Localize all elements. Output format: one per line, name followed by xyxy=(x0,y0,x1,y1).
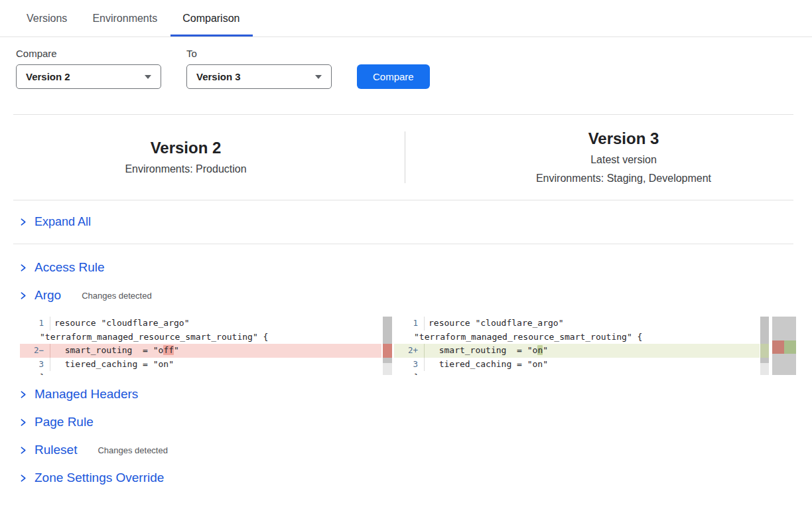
to-version-select[interactable]: Version 3 xyxy=(186,64,332,89)
sections-list: Access Rule Argo Changes detected 1 reso… xyxy=(0,254,812,492)
compare-field: Compare Version 2 xyxy=(16,48,161,89)
compare-label: Compare xyxy=(16,48,161,60)
code-text: } xyxy=(20,371,45,375)
diff-pane-left: 1 resource "cloudflare_argo" "terraform_… xyxy=(20,317,381,375)
divider xyxy=(13,244,793,244)
line-number: 2+ xyxy=(394,344,425,358)
section-label: Access Rule xyxy=(34,260,105,275)
diff-line: 3 tiered_caching = "on" xyxy=(394,358,760,372)
compare-version-select[interactable]: Version 2 xyxy=(16,64,161,89)
chevron-right-icon xyxy=(19,418,27,427)
expand-all-label: Expand All xyxy=(34,215,91,229)
code-text: resource "cloudflare_argo" xyxy=(425,317,564,331)
compare-version-value: Version 2 xyxy=(26,71,70,82)
compare-form: Compare Version 2 To Version 3 Compare xyxy=(16,48,812,89)
line-number: 3 xyxy=(20,358,50,372)
compare-button[interactable]: Compare xyxy=(357,64,430,89)
diff-line-clipped: } xyxy=(394,371,760,375)
tab-bar: Versions Environments Comparison xyxy=(0,0,812,37)
diff-line: 3 tiered_caching = "on" xyxy=(20,358,381,372)
version-right-subtitle: Latest version xyxy=(435,153,812,167)
section-label: Page Rule xyxy=(34,414,94,430)
tab-versions[interactable]: Versions xyxy=(27,0,67,37)
diff-line-removed: 2− smart_routing = "off" xyxy=(20,344,381,358)
right-pane-scrollbar[interactable] xyxy=(760,317,769,375)
changes-detected-badge: Changes detected xyxy=(98,445,168,455)
code-text: smart_routing = "off" xyxy=(50,344,179,358)
chevron-right-icon xyxy=(19,390,27,399)
tab-environments[interactable]: Environments xyxy=(92,0,157,37)
version-left-environments: Environments: Production xyxy=(0,162,372,177)
left-pane-scrollbar[interactable] xyxy=(383,317,392,375)
section-argo[interactable]: Argo Changes detected xyxy=(0,281,812,309)
version-right-header: Version 3 Latest version Environments: S… xyxy=(405,129,812,186)
removed-word-highlight: ff xyxy=(163,345,174,355)
expand-all-toggle[interactable]: Expand All xyxy=(0,200,812,244)
diff-overview-ruler[interactable] xyxy=(772,317,796,375)
code-text: "terraform_managed_resource_smart_routin… xyxy=(394,331,642,344)
removed-line-marker xyxy=(383,344,392,358)
version-left-title: Version 2 xyxy=(0,138,372,158)
diff-line: 1 resource "cloudflare_argo" xyxy=(20,317,381,331)
chevron-down-icon xyxy=(145,75,151,79)
line-number: 1 xyxy=(394,317,425,331)
section-label: Managed Headers xyxy=(34,386,138,402)
to-version-value: Version 3 xyxy=(196,71,241,82)
version-left-header: Version 2 Environments: Production xyxy=(0,138,405,177)
section-managed-headers[interactable]: Managed Headers xyxy=(0,380,812,408)
line-number: 1 xyxy=(20,317,50,331)
overview-removed-marker xyxy=(772,340,784,354)
chevron-right-icon xyxy=(19,474,27,483)
version-right-title: Version 3 xyxy=(435,129,812,149)
code-text: resource "cloudflare_argo" xyxy=(50,317,190,331)
code-text: } xyxy=(394,371,419,375)
diff-line-wrap: "terraform_managed_resource_smart_routin… xyxy=(20,331,381,344)
version-headers: Version 2 Environments: Production Versi… xyxy=(0,115,812,200)
diff-line-wrap: "terraform_managed_resource_smart_routin… xyxy=(394,331,760,344)
code-text: smart_routing = "on" xyxy=(425,344,548,358)
line-number: 3 xyxy=(394,358,425,372)
overview-added-marker xyxy=(784,340,796,354)
chevron-right-icon xyxy=(19,218,27,226)
section-access-rule[interactable]: Access Rule xyxy=(0,254,812,281)
chevron-right-icon xyxy=(19,263,27,272)
diff-line-added: 2+ smart_routing = "on" xyxy=(394,344,760,358)
changes-detected-badge: Changes detected xyxy=(82,291,152,301)
code-text: tiered_caching = "on" xyxy=(50,358,174,372)
chevron-down-icon xyxy=(315,75,322,79)
code-text: tiered_caching = "on" xyxy=(425,358,548,372)
code-text: "terraform_managed_resource_smart_routin… xyxy=(20,331,268,344)
section-label: Zone Settings Override xyxy=(34,470,164,486)
added-line-marker xyxy=(760,344,769,358)
section-zone-settings-override[interactable]: Zone Settings Override xyxy=(0,464,812,492)
argo-diff-viewer: 1 resource "cloudflare_argo" "terraform_… xyxy=(20,317,812,375)
to-label: To xyxy=(186,48,332,60)
version-right-environments: Environments: Staging, Development xyxy=(435,171,812,186)
chevron-right-icon xyxy=(19,446,27,455)
section-ruleset[interactable]: Ruleset Changes detected xyxy=(0,436,812,464)
diff-line: 1 resource "cloudflare_argo" xyxy=(394,317,760,331)
tab-comparison[interactable]: Comparison xyxy=(182,0,239,37)
to-field: To Version 3 xyxy=(186,48,332,89)
line-number: 2− xyxy=(20,344,50,358)
chevron-right-icon xyxy=(19,291,27,300)
diff-line-clipped: } xyxy=(20,371,381,375)
section-label: Argo xyxy=(34,287,61,303)
section-label: Ruleset xyxy=(34,442,77,458)
section-page-rule[interactable]: Page Rule xyxy=(0,408,812,436)
diff-pane-right: 1 resource "cloudflare_argo" "terraform_… xyxy=(394,317,760,375)
